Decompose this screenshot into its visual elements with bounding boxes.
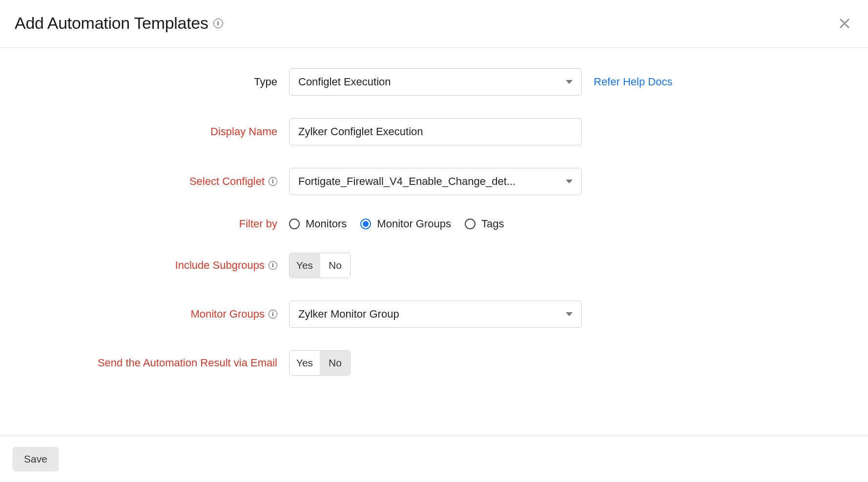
row-select-configlet: Select Configlet i Fortigate_Firewall_V4… — [15, 168, 853, 195]
info-icon[interactable]: i — [269, 261, 277, 270]
control-select-configlet: Fortigate_Firewall_V4_Enable_Change_det.… — [289, 168, 582, 195]
radio-monitors-label: Monitors — [306, 218, 347, 230]
radio-circle-icon — [289, 219, 300, 229]
control-monitor-groups: Zylker Monitor Group — [289, 301, 582, 328]
control-filter-by: Monitors Monitor Groups Tags — [289, 218, 504, 230]
row-monitor-groups: Monitor Groups i Zylker Monitor Group — [15, 301, 853, 328]
label-filter-by: Filter by — [15, 218, 289, 230]
include-subgroups-no[interactable]: No — [320, 253, 350, 278]
label-type: Type — [15, 76, 289, 88]
modal-footer: Save — [0, 436, 868, 482]
label-include-subgroups-text: Include Subgroups — [175, 259, 265, 272]
type-select[interactable]: Configlet Execution — [289, 68, 582, 96]
label-display-name: Display Name — [15, 125, 289, 138]
label-select-configlet-text: Select Configlet — [189, 175, 265, 188]
configlet-select[interactable]: Fortigate_Firewall_V4_Enable_Change_det.… — [289, 168, 582, 195]
label-send-email: Send the Automation Result via Email — [15, 357, 289, 369]
control-display-name — [289, 118, 582, 145]
type-select-value: Configlet Execution — [298, 76, 391, 88]
radio-circle-icon — [465, 219, 475, 229]
radio-monitor-groups-label: Monitor Groups — [377, 218, 451, 230]
row-type: Type Configlet Execution Refer Help Docs — [15, 68, 853, 96]
modal-body: Type Configlet Execution Refer Help Docs… — [0, 48, 868, 436]
radio-tags[interactable]: Tags — [465, 218, 504, 230]
radio-tags-label: Tags — [481, 218, 504, 230]
monitor-groups-select[interactable]: Zylker Monitor Group — [289, 301, 582, 328]
close-icon — [838, 17, 851, 30]
radio-monitor-groups[interactable]: Monitor Groups — [360, 218, 451, 230]
chevron-down-icon — [566, 180, 573, 183]
modal-add-automation-templates: Add Automation Templates i Type Configle… — [0, 0, 868, 482]
control-type: Configlet Execution Refer Help Docs — [289, 68, 672, 96]
monitor-groups-select-value: Zylker Monitor Group — [298, 308, 399, 321]
send-email-yes[interactable]: Yes — [289, 351, 320, 375]
form: Type Configlet Execution Refer Help Docs… — [15, 68, 853, 376]
row-send-email: Send the Automation Result via Email Yes… — [15, 350, 853, 376]
configlet-select-value: Fortigate_Firewall_V4_Enable_Change_det.… — [298, 175, 516, 188]
modal-title-wrap: Add Automation Templates i — [15, 14, 223, 33]
modal-title: Add Automation Templates — [15, 14, 208, 33]
control-send-email: Yes No — [289, 350, 351, 376]
label-monitor-groups: Monitor Groups i — [15, 308, 289, 321]
close-button[interactable] — [836, 15, 853, 32]
label-select-configlet: Select Configlet i — [15, 175, 289, 188]
display-name-input-wrap[interactable] — [289, 118, 582, 145]
row-include-subgroups: Include Subgroups i Yes No — [15, 253, 853, 278]
help-docs-link[interactable]: Refer Help Docs — [594, 76, 672, 88]
row-display-name: Display Name — [15, 118, 853, 145]
label-include-subgroups: Include Subgroups i — [15, 259, 289, 272]
control-include-subgroups: Yes No — [289, 253, 351, 278]
include-subgroups-yes[interactable]: Yes — [289, 253, 320, 278]
info-icon[interactable]: i — [269, 177, 277, 186]
modal-header: Add Automation Templates i — [0, 0, 868, 48]
label-monitor-groups-text: Monitor Groups — [190, 308, 265, 321]
chevron-down-icon — [566, 80, 573, 84]
chevron-down-icon — [566, 312, 573, 316]
send-email-no[interactable]: No — [320, 351, 350, 375]
display-name-input[interactable] — [298, 125, 573, 138]
radio-monitors[interactable]: Monitors — [289, 218, 347, 230]
send-email-toggle: Yes No — [289, 350, 351, 376]
radio-circle-icon — [360, 219, 371, 229]
info-icon[interactable]: i — [269, 310, 277, 319]
include-subgroups-toggle: Yes No — [289, 253, 351, 278]
filter-by-radio-group: Monitors Monitor Groups Tags — [289, 218, 504, 230]
row-filter-by: Filter by Monitors Monitor Groups — [15, 218, 853, 230]
save-button[interactable]: Save — [13, 447, 59, 471]
info-icon[interactable]: i — [213, 19, 223, 28]
